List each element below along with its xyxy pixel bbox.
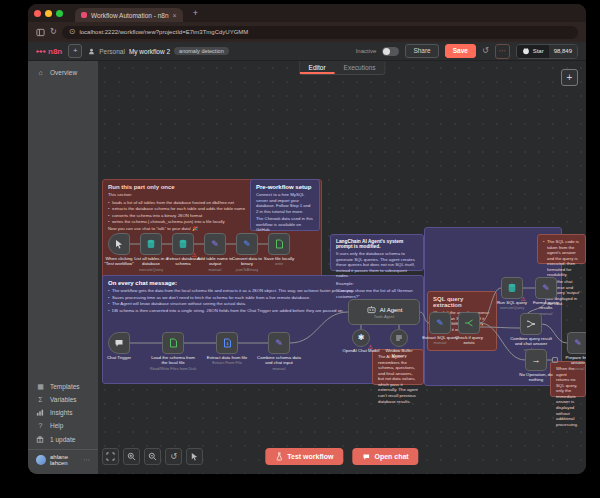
browser-tab-bar: Workflow Automation - n8n × +	[28, 4, 586, 22]
merge-icon	[526, 319, 536, 329]
sidebar: ⌂ Overview ▦ Templates Σ Variables Insig…	[28, 61, 98, 474]
node-extract-file[interactable]: Extract data from fileExtract From File	[216, 332, 238, 354]
add-node-button[interactable]: +	[561, 69, 578, 86]
chat-bubble-icon	[114, 338, 124, 348]
cursor-icon	[114, 239, 124, 249]
browser-tab[interactable]: Workflow Automation - n8n ×	[75, 8, 183, 22]
view-tabs: Editor Executions	[299, 61, 386, 75]
node-save-file[interactable]: Save file locallywrite	[268, 233, 290, 255]
breadcrumb-project[interactable]: Personal	[99, 48, 125, 55]
run-bar: Test workflow Open chat	[265, 448, 418, 465]
arrow-right-icon: →	[532, 356, 541, 365]
tab-executions[interactable]: Executions	[335, 61, 385, 74]
workflow-canvas[interactable]: Editor Executions + Run this part only o…	[98, 61, 586, 474]
node-ai-agent[interactable]: AI Agent Tools Agent	[348, 299, 420, 325]
flask-icon	[275, 452, 283, 461]
pencil-icon: ✎	[243, 240, 251, 249]
github-star-widget[interactable]: Star 98,849	[516, 44, 578, 59]
zoom-out-button[interactable]	[144, 448, 161, 465]
openai-icon: ✱	[358, 334, 365, 342]
site-info-icon[interactable]: ⊙	[69, 28, 76, 36]
side-panel-icon[interactable]	[36, 28, 45, 37]
sidebar-item-templates[interactable]: ▦ Templates	[28, 380, 98, 393]
browser-window: Workflow Automation - n8n × + ↻ ⊙ localh…	[28, 4, 586, 474]
star-count: 98,849	[554, 48, 572, 54]
sidebar-item-overview[interactable]: ⌂ Overview	[28, 66, 98, 79]
save-button[interactable]: Save	[445, 44, 476, 57]
new-tab-button[interactable]: +	[193, 8, 198, 18]
pencil-icon: ✎	[436, 319, 444, 328]
sidebar-item-updates[interactable]: 1 update	[28, 432, 98, 446]
zoom-to-fit-button[interactable]	[102, 448, 119, 465]
node-manual-trigger[interactable]: When clicking "Test workflow"	[108, 233, 130, 255]
tab-editor[interactable]: Editor	[300, 61, 335, 74]
chat-icon	[362, 453, 370, 461]
tab-close-icon[interactable]: ×	[173, 12, 177, 19]
pencil-icon: ✎	[211, 240, 219, 249]
node-window-buffer-memory[interactable]: Window Buffer Memory	[390, 329, 408, 347]
node-extract-sql[interactable]: ✎ Extract SQL querymanual	[429, 312, 451, 334]
github-icon	[522, 47, 530, 55]
node-chat-trigger[interactable]: Chat Trigger	[108, 332, 130, 354]
variables-icon: Σ	[36, 396, 45, 403]
node-prepare-final[interactable]: ✎ Prepare final answermanual	[567, 332, 586, 354]
avatar	[36, 455, 46, 465]
sidebar-item-insights[interactable]: Insights	[28, 406, 98, 419]
tidy-up-button[interactable]	[186, 448, 203, 465]
breadcrumb: Personal My workflow 2 anomaly detection	[88, 47, 228, 55]
node-load-schema[interactable]: Load the schema from the local fileRead/…	[162, 332, 184, 354]
node-extract-schema[interactable]: ⚠ Extract database schema	[172, 233, 194, 255]
sidebar-item-variables[interactable]: Σ Variables	[28, 393, 98, 406]
mysql-icon	[507, 283, 517, 293]
sidebar-user[interactable]: ahlane lahcen ⋯	[28, 449, 98, 470]
workflow-tag[interactable]: anomaly detection	[174, 47, 229, 55]
app-main: ⌂ Overview ▦ Templates Σ Variables Insig…	[28, 61, 586, 474]
canvas-controls: ↺	[102, 448, 203, 465]
zoom-in-button[interactable]	[123, 448, 140, 465]
node-run-sql[interactable]: ⚠ Run SQL queryexecuteQuery	[501, 277, 523, 299]
reload-icon[interactable]: ↻	[50, 28, 57, 36]
window-maximize-button[interactable]	[56, 10, 63, 17]
share-button[interactable]: Share	[405, 44, 438, 57]
templates-icon: ▦	[36, 383, 45, 390]
node-combine-schema[interactable]: ✎ Combine schema data and chat inputmanu…	[268, 332, 290, 354]
test-workflow-button[interactable]: Test workflow	[265, 448, 343, 465]
reset-zoom-button[interactable]: ↺	[165, 448, 182, 465]
node-combine-result[interactable]: Combine query result and chat answercomb…	[520, 313, 542, 335]
window-minimize-button[interactable]	[45, 10, 52, 17]
n8n-logo[interactable]: n8n	[36, 47, 62, 56]
toggle-knob	[383, 48, 390, 55]
node-add-table-name[interactable]: ✎ Add table name to outputmanual	[204, 233, 226, 255]
user-menu-icon[interactable]: ⋯	[83, 456, 90, 464]
node-list-tables[interactable]: List all tables in a databaseexecuteQuer…	[140, 233, 162, 255]
robot-icon	[366, 305, 377, 314]
create-button[interactable]: +	[68, 44, 82, 58]
node-check-query[interactable]: Check if query exists	[458, 312, 480, 334]
workflow-title[interactable]: My workflow 2	[129, 48, 170, 55]
star-label: Star	[533, 48, 544, 54]
node-format-results[interactable]: ✎ Format query resultsmanual	[535, 277, 557, 299]
person-icon	[88, 48, 95, 55]
node-convert-binary[interactable]: ✎ Convert data to binaryjsonToBinary	[236, 233, 258, 255]
more-menu-button[interactable]: ⋯	[495, 44, 510, 59]
user-name: ahlane lahcen	[50, 454, 79, 466]
open-chat-button[interactable]: Open chat	[352, 448, 418, 465]
gift-icon	[36, 435, 45, 443]
header-actions: Inactive Share Save ↺ ⋯ Star 98,849	[356, 44, 578, 59]
pencil-icon: ✎	[542, 284, 550, 293]
connector-endpoint	[552, 357, 558, 363]
file-icon	[275, 239, 284, 249]
if-icon	[464, 318, 474, 328]
sidebar-item-help[interactable]: ? Help	[28, 419, 98, 432]
node-openai-chat-model[interactable]: ✱ ⚠ OpenAI Chat Model	[352, 329, 370, 347]
screenshot-stage: Workflow Automation - n8n × + ↻ ⊙ localh…	[0, 0, 600, 498]
active-toggle[interactable]	[382, 47, 399, 56]
node-noop[interactable]: → No Operation, do nothing	[525, 349, 547, 371]
window-close-button[interactable]	[34, 10, 41, 17]
tab-title: Workflow Automation - n8n	[91, 12, 169, 19]
history-icon[interactable]: ↺	[482, 47, 489, 55]
url-text: localhost:2222/workflow/new?projectId=E7…	[79, 29, 248, 35]
connection-lines	[98, 61, 586, 474]
address-field[interactable]: ⊙ localhost:2222/workflow/new?projectId=…	[62, 26, 578, 39]
pencil-icon: ✎	[275, 339, 283, 348]
